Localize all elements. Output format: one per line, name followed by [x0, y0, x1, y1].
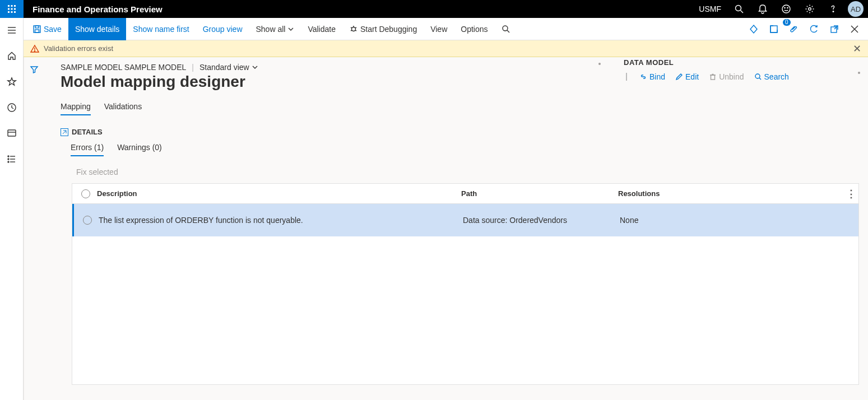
handle-icon[interactable] — [626, 73, 627, 81]
chevron-down-icon — [252, 64, 258, 71]
svg-point-15 — [833, 11, 834, 12]
view-menu[interactable]: View — [424, 18, 454, 40]
warning-text: Validation errors exist — [44, 44, 113, 53]
pencil-icon — [675, 73, 683, 81]
nav-modules[interactable] — [3, 150, 21, 168]
svg-point-37 — [503, 26, 508, 31]
user-avatar[interactable]: AD — [848, 1, 864, 17]
settings-button[interactable] — [799, 0, 821, 18]
svg-rect-20 — [8, 130, 16, 136]
trash-icon — [709, 73, 717, 81]
select-all-radio[interactable] — [81, 189, 90, 198]
svg-line-49 — [759, 78, 761, 80]
warning-close-button[interactable]: ✕ — [853, 43, 861, 55]
popout-action[interactable] — [827, 21, 842, 37]
view-selector[interactable]: Standard view — [199, 63, 258, 72]
popout-icon — [829, 24, 839, 34]
svg-line-35 — [351, 30, 352, 31]
save-button[interactable]: Save — [26, 18, 68, 40]
breadcrumb-model: SAMPLE MODEL SAMPLE MODEL — [61, 63, 186, 72]
search-button[interactable]: Search — [754, 72, 789, 81]
row-radio[interactable] — [83, 216, 92, 225]
svg-point-44 — [34, 50, 35, 51]
nav-hamburger[interactable] — [3, 21, 21, 39]
svg-rect-1 — [11, 5, 13, 7]
bind-button[interactable]: Bind — [639, 72, 665, 81]
svg-rect-0 — [8, 5, 10, 7]
filter-button[interactable] — [30, 65, 39, 400]
svg-point-31 — [351, 27, 355, 31]
show-all-dropdown[interactable]: Show all — [249, 18, 301, 40]
search-icon — [754, 73, 762, 81]
svg-rect-4 — [11, 8, 13, 10]
company-code[interactable]: USMF — [699, 4, 727, 13]
decorative-dot — [858, 72, 860, 74]
app-title: Finance and Operations Preview — [24, 4, 171, 14]
show-name-first-button[interactable]: Show name first — [126, 18, 196, 40]
chevron-down-icon — [287, 26, 294, 32]
grid-more-button[interactable]: ⋮ — [842, 188, 858, 200]
decorative-dot — [598, 63, 601, 65]
filter-icon — [30, 65, 39, 74]
edit-button[interactable]: Edit — [675, 72, 699, 81]
col-description[interactable]: Description — [95, 189, 459, 198]
link-icon — [639, 73, 647, 81]
open-icon — [769, 24, 779, 34]
svg-rect-45 — [711, 75, 715, 80]
collapse-icon — [61, 128, 68, 136]
detail-tabs: Errors (1) Warnings (0) — [71, 143, 859, 156]
notifications-button[interactable] — [751, 0, 774, 18]
row-resolutions: None — [618, 211, 842, 229]
nav-workspaces[interactable] — [3, 124, 21, 142]
nav-home[interactable] — [3, 47, 21, 65]
refresh-action[interactable] — [806, 21, 822, 37]
search-action[interactable] — [495, 18, 517, 40]
nav-favorites[interactable] — [3, 73, 21, 91]
start-debugging-button[interactable]: Start Debugging — [342, 18, 424, 40]
validate-button[interactable]: Validate — [301, 18, 342, 40]
search-button[interactable] — [728, 0, 750, 18]
col-path[interactable]: Path — [459, 189, 616, 198]
data-model-title: DATA MODEL — [624, 58, 674, 67]
attachments-action[interactable]: 0 — [786, 21, 802, 37]
details-header[interactable]: DETAILS — [61, 128, 859, 136]
svg-rect-2 — [14, 5, 16, 7]
svg-line-33 — [351, 27, 352, 28]
svg-line-34 — [355, 27, 356, 28]
table-row[interactable]: The list expression of ORDERBY function … — [72, 204, 858, 236]
close-action[interactable] — [847, 21, 862, 37]
filter-column — [24, 57, 44, 400]
app-launcher-button[interactable] — [0, 0, 24, 18]
paperclip-icon — [789, 24, 799, 34]
show-details-button[interactable]: Show details — [68, 18, 126, 40]
svg-point-13 — [787, 7, 788, 8]
list-icon — [7, 154, 17, 164]
warning-icon — [30, 44, 39, 53]
star-icon — [7, 77, 17, 87]
tab-validations[interactable]: Validations — [104, 102, 142, 115]
errors-grid: Description Path Resolutions ⋮ The list … — [72, 183, 859, 385]
svg-point-11 — [782, 5, 790, 13]
nav-recent[interactable] — [3, 99, 21, 117]
gear-icon — [805, 4, 815, 14]
hamburger-icon — [7, 25, 17, 35]
close-icon — [850, 24, 860, 34]
tab-errors[interactable]: Errors (1) — [71, 143, 104, 156]
row-path: Data source: OrderedVendors — [461, 211, 618, 229]
workspace-icon — [7, 128, 17, 138]
help-button[interactable] — [822, 0, 844, 18]
col-resolutions[interactable]: Resolutions — [616, 189, 842, 198]
svg-point-22 — [8, 156, 9, 157]
data-model-panel: DATA MODEL Bind Edit Unbind Search — [624, 58, 859, 81]
save-label: Save — [44, 25, 62, 34]
group-view-button[interactable]: Group view — [196, 18, 249, 40]
feedback-button[interactable] — [775, 0, 797, 18]
tag-action[interactable] — [746, 21, 762, 37]
svg-point-26 — [8, 161, 9, 162]
tab-warnings[interactable]: Warnings (0) — [117, 143, 162, 156]
options-menu[interactable]: Options — [454, 18, 494, 40]
tab-mapping[interactable]: Mapping — [61, 102, 91, 115]
grid-header: Description Path Resolutions ⋮ — [72, 184, 858, 204]
svg-line-10 — [741, 11, 744, 13]
attach-action[interactable] — [766, 21, 782, 37]
